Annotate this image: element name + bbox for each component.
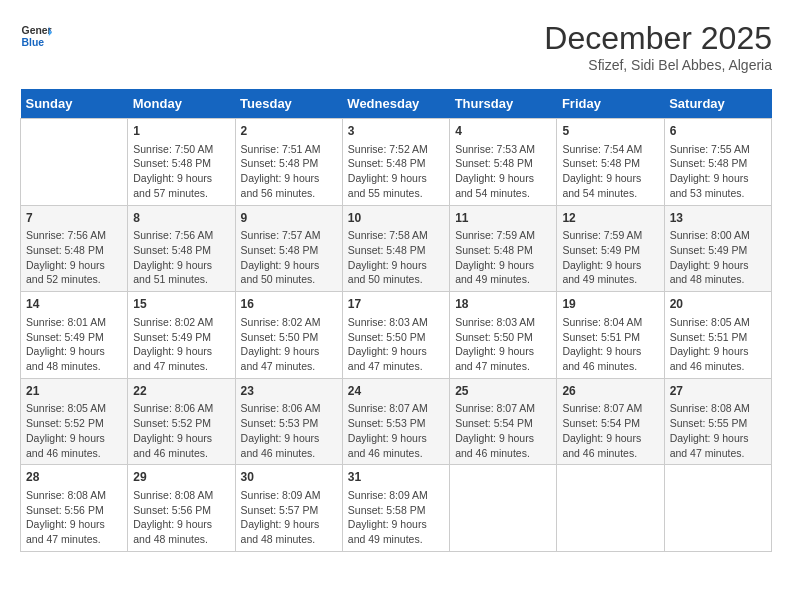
cell-content-line: Sunrise: 8:07 AM	[562, 401, 658, 416]
day-number: 28	[26, 469, 122, 486]
cell-content-line: Daylight: 9 hours	[562, 258, 658, 273]
day-number: 14	[26, 296, 122, 313]
cell-content-line: Daylight: 9 hours	[562, 344, 658, 359]
cell-content-line: and 47 minutes.	[670, 446, 766, 461]
cell-content-line: Daylight: 9 hours	[241, 517, 337, 532]
cell-content-line: and 50 minutes.	[241, 272, 337, 287]
cell-content-line: Daylight: 9 hours	[241, 344, 337, 359]
cell-content-line: Sunset: 5:49 PM	[26, 330, 122, 345]
cell-content-line: Daylight: 9 hours	[455, 344, 551, 359]
cell-content-line: Sunrise: 8:06 AM	[241, 401, 337, 416]
cell-content-line: Sunset: 5:48 PM	[26, 243, 122, 258]
cell-content-line: Sunrise: 7:55 AM	[670, 142, 766, 157]
day-number: 22	[133, 383, 229, 400]
cell-content-line: Daylight: 9 hours	[455, 431, 551, 446]
calendar-cell: 15Sunrise: 8:02 AMSunset: 5:49 PMDayligh…	[128, 292, 235, 379]
calendar-cell: 29Sunrise: 8:08 AMSunset: 5:56 PMDayligh…	[128, 465, 235, 552]
cell-content-line: and 46 minutes.	[348, 446, 444, 461]
cell-content-line: and 48 minutes.	[670, 272, 766, 287]
day-number: 9	[241, 210, 337, 227]
cell-content-line: Sunset: 5:58 PM	[348, 503, 444, 518]
day-number: 8	[133, 210, 229, 227]
day-number: 2	[241, 123, 337, 140]
calendar-cell: 5Sunrise: 7:54 AMSunset: 5:48 PMDaylight…	[557, 119, 664, 206]
svg-text:General: General	[22, 25, 52, 36]
cell-content-line: Sunrise: 7:52 AM	[348, 142, 444, 157]
cell-content-line: and 47 minutes.	[455, 359, 551, 374]
cell-content-line: and 49 minutes.	[348, 532, 444, 547]
cell-content-line: Sunset: 5:48 PM	[348, 243, 444, 258]
cell-content-line: Daylight: 9 hours	[455, 171, 551, 186]
cell-content-line: Daylight: 9 hours	[670, 344, 766, 359]
cell-content-line: Sunrise: 7:57 AM	[241, 228, 337, 243]
calendar-cell: 1Sunrise: 7:50 AMSunset: 5:48 PMDaylight…	[128, 119, 235, 206]
cell-content-line: and 54 minutes.	[562, 186, 658, 201]
cell-content-line: Sunset: 5:57 PM	[241, 503, 337, 518]
cell-content-line: and 47 minutes.	[241, 359, 337, 374]
cell-content-line: and 56 minutes.	[241, 186, 337, 201]
svg-text:Blue: Blue	[22, 37, 45, 48]
calendar-cell: 9Sunrise: 7:57 AMSunset: 5:48 PMDaylight…	[235, 205, 342, 292]
weekday-header-sunday: Sunday	[21, 89, 128, 119]
month-title: December 2025	[544, 20, 772, 57]
cell-content-line: Sunset: 5:53 PM	[241, 416, 337, 431]
cell-content-line: and 46 minutes.	[562, 359, 658, 374]
calendar-cell	[664, 465, 771, 552]
calendar-cell: 2Sunrise: 7:51 AMSunset: 5:48 PMDaylight…	[235, 119, 342, 206]
cell-content-line: Daylight: 9 hours	[241, 171, 337, 186]
day-number: 26	[562, 383, 658, 400]
cell-content-line: and 52 minutes.	[26, 272, 122, 287]
cell-content-line: Sunrise: 7:59 AM	[562, 228, 658, 243]
cell-content-line: Sunrise: 8:08 AM	[670, 401, 766, 416]
cell-content-line: Sunrise: 7:56 AM	[26, 228, 122, 243]
calendar-cell	[21, 119, 128, 206]
calendar-cell: 11Sunrise: 7:59 AMSunset: 5:48 PMDayligh…	[450, 205, 557, 292]
day-number: 11	[455, 210, 551, 227]
cell-content-line: Daylight: 9 hours	[348, 171, 444, 186]
calendar-week-row: 7Sunrise: 7:56 AMSunset: 5:48 PMDaylight…	[21, 205, 772, 292]
cell-content-line: and 51 minutes.	[133, 272, 229, 287]
cell-content-line: Sunset: 5:48 PM	[133, 243, 229, 258]
cell-content-line: and 46 minutes.	[562, 446, 658, 461]
cell-content-line: Sunset: 5:49 PM	[133, 330, 229, 345]
day-number: 15	[133, 296, 229, 313]
cell-content-line: Sunrise: 8:03 AM	[455, 315, 551, 330]
calendar-cell: 19Sunrise: 8:04 AMSunset: 5:51 PMDayligh…	[557, 292, 664, 379]
cell-content-line: Daylight: 9 hours	[241, 258, 337, 273]
weekday-header-wednesday: Wednesday	[342, 89, 449, 119]
cell-content-line: Sunrise: 8:04 AM	[562, 315, 658, 330]
weekday-header-monday: Monday	[128, 89, 235, 119]
cell-content-line: and 55 minutes.	[348, 186, 444, 201]
day-number: 25	[455, 383, 551, 400]
calendar-cell: 26Sunrise: 8:07 AMSunset: 5:54 PMDayligh…	[557, 378, 664, 465]
calendar-cell: 24Sunrise: 8:07 AMSunset: 5:53 PMDayligh…	[342, 378, 449, 465]
cell-content-line: Daylight: 9 hours	[455, 258, 551, 273]
cell-content-line: Sunset: 5:50 PM	[455, 330, 551, 345]
cell-content-line: Daylight: 9 hours	[562, 171, 658, 186]
cell-content-line: Sunset: 5:55 PM	[670, 416, 766, 431]
cell-content-line: Daylight: 9 hours	[348, 258, 444, 273]
day-number: 4	[455, 123, 551, 140]
weekday-header-thursday: Thursday	[450, 89, 557, 119]
day-number: 27	[670, 383, 766, 400]
day-number: 17	[348, 296, 444, 313]
cell-content-line: Daylight: 9 hours	[670, 171, 766, 186]
cell-content-line: Sunrise: 8:07 AM	[455, 401, 551, 416]
day-number: 13	[670, 210, 766, 227]
cell-content-line: and 48 minutes.	[133, 532, 229, 547]
calendar-week-row: 21Sunrise: 8:05 AMSunset: 5:52 PMDayligh…	[21, 378, 772, 465]
cell-content-line: Sunrise: 7:58 AM	[348, 228, 444, 243]
cell-content-line: Daylight: 9 hours	[348, 517, 444, 532]
cell-content-line: Sunrise: 8:03 AM	[348, 315, 444, 330]
calendar-cell: 14Sunrise: 8:01 AMSunset: 5:49 PMDayligh…	[21, 292, 128, 379]
cell-content-line: Daylight: 9 hours	[133, 517, 229, 532]
cell-content-line: and 47 minutes.	[133, 359, 229, 374]
cell-content-line: Sunrise: 8:02 AM	[241, 315, 337, 330]
cell-content-line: Daylight: 9 hours	[670, 258, 766, 273]
cell-content-line: and 46 minutes.	[241, 446, 337, 461]
cell-content-line: Sunrise: 8:08 AM	[133, 488, 229, 503]
cell-content-line: Sunrise: 7:59 AM	[455, 228, 551, 243]
cell-content-line: Sunset: 5:52 PM	[133, 416, 229, 431]
cell-content-line: Sunrise: 8:09 AM	[348, 488, 444, 503]
cell-content-line: Daylight: 9 hours	[26, 258, 122, 273]
